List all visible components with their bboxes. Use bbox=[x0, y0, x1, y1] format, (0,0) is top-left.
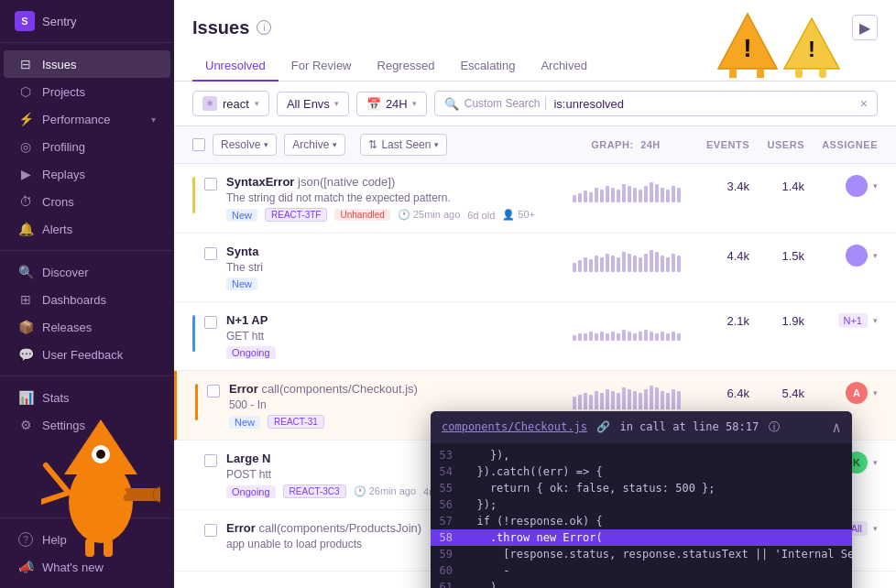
issue-events: 3.4k bbox=[685, 180, 749, 193]
issue-row[interactable]: N+1 AP GET htt Ongoing bbox=[174, 302, 896, 371]
code-line-53: 53 }), bbox=[431, 447, 852, 463]
app-container: S Sentry ⊟ Issues ⬡ Projects ⚡ Performan… bbox=[0, 0, 896, 588]
issue-checkbox[interactable] bbox=[204, 178, 217, 191]
issue-checkbox[interactable] bbox=[204, 316, 217, 329]
issue-checkbox[interactable] bbox=[204, 454, 217, 467]
sidebar-item-dashboards[interactable]: ⊞ Dashboards bbox=[4, 286, 170, 313]
issue-details: Synta The stri New bbox=[226, 245, 566, 290]
svg-rect-93 bbox=[650, 386, 653, 409]
sidebar-item-projects[interactable]: ⬡ Projects bbox=[4, 78, 170, 105]
svg-rect-86 bbox=[611, 391, 615, 409]
time-selector[interactable]: 📅 24H ▾ bbox=[356, 92, 427, 116]
issue-events: 4.4k bbox=[685, 249, 749, 263]
issue-type: SyntaxError json([native code]) bbox=[226, 175, 395, 189]
issue-users: 5.4k bbox=[749, 387, 804, 400]
status-badge: Ongoing bbox=[226, 485, 276, 498]
line-content: }); bbox=[464, 498, 497, 511]
code-line-57: 57 if (!response.ok) { bbox=[431, 513, 852, 529]
sidebar-nav: ⊟ Issues ⬡ Projects ⚡ Performance ▾ ◎ Pr… bbox=[0, 43, 174, 517]
link-icon: 🔗 bbox=[596, 420, 610, 433]
code-line-58: 58 .throw new Error( bbox=[431, 529, 852, 546]
sidebar-item-help[interactable]: ? Help bbox=[4, 526, 170, 553]
code-file-link[interactable]: components/Checkout.js bbox=[442, 420, 587, 433]
svg-rect-94 bbox=[655, 387, 659, 409]
sidebar-item-releases[interactable]: 📦 Releases bbox=[4, 313, 170, 341]
issue-stats: 3.4k 1.4k ▾ bbox=[685, 175, 878, 197]
assignee-chevron-icon: ▾ bbox=[873, 458, 878, 467]
issue-assignee[interactable]: ▾ bbox=[804, 245, 878, 267]
sidebar-label-replays: Replays bbox=[42, 168, 85, 181]
svg-rect-40 bbox=[578, 260, 582, 272]
svg-rect-54 bbox=[655, 252, 659, 272]
info-tooltip-icon[interactable]: ⓘ bbox=[769, 420, 780, 433]
tab-escalating[interactable]: Escalating bbox=[447, 51, 528, 82]
code-popup-header: components/Checkout.js 🔗 in call at line… bbox=[431, 411, 852, 443]
svg-rect-73 bbox=[650, 332, 653, 341]
svg-rect-33 bbox=[650, 182, 653, 202]
sidebar-item-settings[interactable]: ⚙ Settings bbox=[4, 411, 170, 439]
sidebar-label-projects: Projects bbox=[42, 85, 85, 99]
issue-type: Error call(components/ProductsJoin) bbox=[226, 521, 421, 535]
issue-row[interactable]: Synta The stri New bbox=[174, 234, 896, 302]
select-all-checkbox[interactable] bbox=[192, 138, 205, 151]
close-popup-button[interactable]: ∧ bbox=[832, 419, 841, 436]
issue-row[interactable]: SyntaxError json([native code]) The stri… bbox=[174, 164, 896, 234]
svg-rect-88 bbox=[622, 387, 626, 409]
search-input[interactable] bbox=[553, 97, 854, 111]
svg-rect-37 bbox=[672, 186, 675, 202]
issue-checkbox[interactable] bbox=[204, 247, 217, 260]
tab-archived[interactable]: Archived bbox=[528, 51, 600, 82]
sidebar-item-alerts[interactable]: 🔔 Alerts bbox=[4, 215, 170, 243]
line-number: 55 bbox=[431, 482, 464, 495]
svg-rect-67 bbox=[617, 333, 620, 341]
sort-selector[interactable]: ⇅ Last Seen ▾ bbox=[360, 134, 447, 156]
issue-checkbox[interactable] bbox=[207, 385, 220, 397]
play-button[interactable]: ▶ bbox=[852, 15, 878, 40]
sidebar-item-whats-new[interactable]: 📣 What's new bbox=[4, 553, 170, 581]
alerts-icon: 🔔 bbox=[18, 222, 33, 236]
info-icon[interactable]: i bbox=[257, 20, 271, 35]
issue-stats: 4.4k 1.5k ▾ bbox=[685, 245, 878, 267]
code-line-54: 54 }).catch((err) => { bbox=[431, 463, 852, 480]
svg-rect-32 bbox=[644, 186, 648, 202]
sidebar-item-replays[interactable]: ▶ Replays bbox=[4, 160, 170, 188]
tabs-bar: Unresolved For Review Regressed Escalati… bbox=[192, 51, 878, 81]
svg-rect-78 bbox=[677, 333, 681, 341]
project-badge: REACT-3TF bbox=[265, 208, 327, 222]
tab-for-review[interactable]: For Review bbox=[279, 51, 365, 82]
sidebar-item-discover[interactable]: 🔍 Discover bbox=[4, 258, 170, 286]
sidebar-item-stats[interactable]: 📊 Stats bbox=[4, 384, 170, 411]
svg-rect-21 bbox=[584, 191, 587, 202]
issues-header: Issues i ▶ Unresolved For Review Regress… bbox=[174, 0, 896, 82]
severity-bar bbox=[192, 246, 195, 283]
tab-regressed[interactable]: Regressed bbox=[365, 51, 448, 82]
toolbar: ⚛ react ▾ All Envs ▾ 📅 24H ▾ 🔍 Custom Se… bbox=[174, 82, 896, 126]
issue-checkbox[interactable] bbox=[204, 524, 217, 537]
sidebar-item-performance[interactable]: ⚡ Performance ▾ bbox=[4, 105, 170, 133]
env-selector[interactable]: All Envs ▾ bbox=[277, 92, 349, 116]
line-number: 53 bbox=[431, 449, 464, 462]
sidebar-label-whats-new: What's new bbox=[42, 561, 104, 574]
clear-search-icon[interactable]: × bbox=[860, 96, 868, 111]
project-icon: ⚛ bbox=[202, 96, 217, 111]
svg-rect-39 bbox=[573, 263, 576, 272]
issue-details: SyntaxError json([native code]) The stri… bbox=[226, 175, 566, 222]
issue-assignee[interactable]: ▾ bbox=[804, 175, 878, 197]
search-bar[interactable]: 🔍 Custom Search × bbox=[434, 91, 878, 116]
issue-assignee[interactable]: A ▾ bbox=[804, 382, 878, 404]
svg-rect-60 bbox=[578, 333, 582, 341]
sidebar-org[interactable]: S Sentry bbox=[0, 0, 174, 43]
sidebar-item-issues[interactable]: ⊟ Issues bbox=[4, 50, 170, 78]
project-selector[interactable]: ⚛ react ▾ bbox=[192, 91, 269, 116]
assignee-badge: N+1 bbox=[838, 313, 869, 328]
resolve-button[interactable]: Resolve ▾ bbox=[213, 134, 277, 156]
page-title: Issues bbox=[192, 17, 249, 38]
archive-button[interactable]: Archive ▾ bbox=[284, 134, 345, 156]
tab-unresolved[interactable]: Unresolved bbox=[192, 51, 279, 82]
sidebar-item-crons[interactable]: ⏱ Crons bbox=[4, 188, 170, 215]
issue-desc: The string did not match the expected pa… bbox=[226, 191, 566, 204]
sidebar-item-user-feedback[interactable]: 💬 User Feedback bbox=[4, 341, 170, 368]
line-number: 59 bbox=[431, 548, 464, 561]
sidebar-item-profiling[interactable]: ◎ Profiling bbox=[4, 133, 170, 160]
issue-assignee[interactable]: N+1 ▾ bbox=[804, 313, 878, 328]
